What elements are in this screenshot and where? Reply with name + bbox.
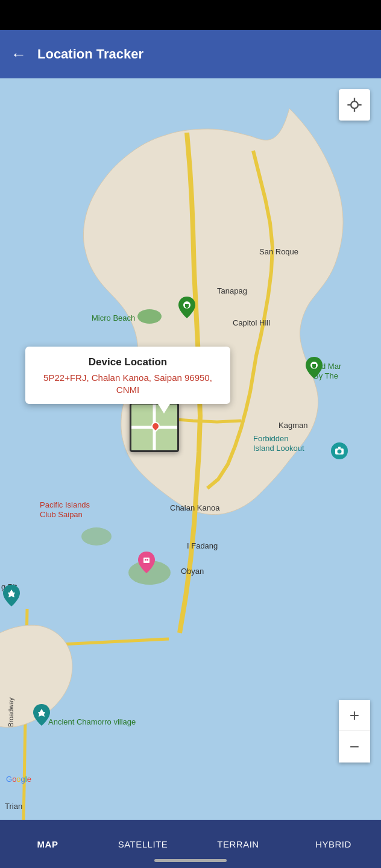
mini-map-thumbnail [130, 403, 179, 452]
svg-point-2 [81, 527, 112, 546]
popup-address: 5P22+FRJ, Chalan Kanoa, Saipan 96950, CN… [37, 372, 218, 395]
tab-satellite-label: SATELLITE [118, 839, 168, 849]
svg-rect-10 [143, 558, 150, 563]
svg-point-8 [338, 450, 342, 454]
location-popup: Device Location 5P22+FRJ, Chalan Kanoa, … [25, 347, 230, 404]
marker-micro-beach [178, 297, 196, 318]
tab-map-label: MAP [37, 839, 58, 849]
marker-forbidden-island [330, 440, 348, 462]
svg-rect-12 [147, 559, 149, 561]
app-header: ← Location Tracker [0, 30, 381, 78]
tab-hybrid[interactable]: HYBRID [286, 820, 381, 868]
zoom-in-button[interactable]: + [339, 700, 370, 731]
tab-terrain-label: TERRAIN [217, 839, 259, 849]
location-target-button[interactable] [339, 89, 370, 121]
status-bar [0, 0, 381, 30]
zoom-out-button[interactable]: − [339, 731, 370, 763]
svg-point-3 [137, 309, 162, 324]
popup-title: Device Location [37, 356, 218, 368]
svg-rect-9 [338, 447, 341, 448]
google-watermark: Google [6, 775, 31, 784]
marker-ancient-chamorro [33, 704, 51, 726]
back-button[interactable]: ← [11, 45, 27, 64]
marker-pacific-islands [137, 552, 156, 573]
map-view[interactable]: San Roque Tanapag Capitol Hill Micro Bea… [0, 78, 381, 820]
crosshair-icon [346, 96, 363, 113]
svg-point-15 [351, 101, 358, 108]
tab-map[interactable]: MAP [0, 820, 95, 868]
tab-hybrid-label: HYBRID [315, 839, 351, 849]
home-indicator [154, 859, 227, 862]
app-title: Location Tracker [37, 46, 143, 62]
mini-map-pin [150, 420, 162, 432]
svg-rect-11 [145, 559, 146, 561]
zoom-controls: + − [339, 700, 370, 763]
marker-g-pit [2, 585, 20, 606]
marker-old-mar [305, 357, 323, 379]
